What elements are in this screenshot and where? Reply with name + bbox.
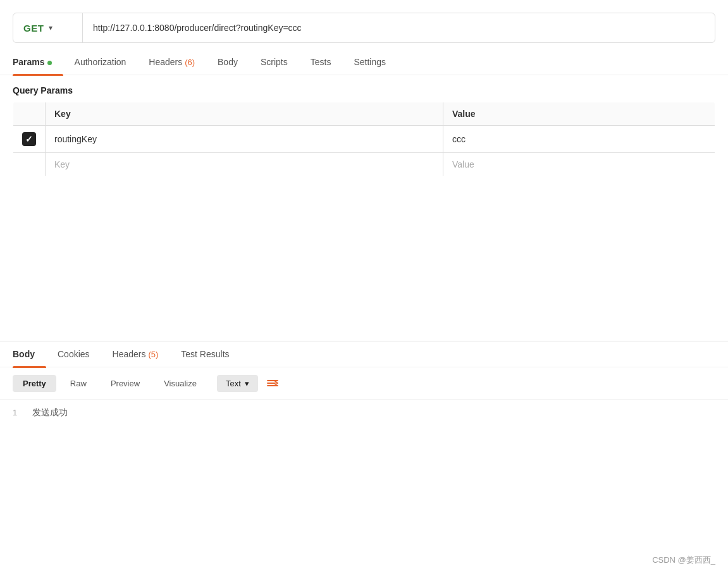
- line-number: 1: [13, 408, 17, 417]
- response-body: 1 发送成功: [0, 400, 728, 426]
- header-checkbox-cell: [13, 102, 46, 126]
- params-dot: [47, 61, 52, 65]
- url-bar: GET ▾: [13, 13, 715, 43]
- response-tab-cookies[interactable]: Cookies: [46, 341, 101, 367]
- header-key: Key: [46, 102, 443, 126]
- empty-key-cell[interactable]: Key: [46, 153, 443, 176]
- response-tab-body[interactable]: Body: [13, 341, 46, 367]
- response-tabs-bar: Body Cookies Headers (5) Test Results: [0, 341, 728, 367]
- wrap-lines-icon: [266, 377, 279, 389]
- response-headers-badge: (5): [148, 350, 158, 359]
- method-label: GET: [23, 23, 44, 34]
- response-tab-test-results[interactable]: Test Results: [170, 341, 240, 367]
- tab-settings[interactable]: Settings: [342, 49, 397, 75]
- table-header-row: Key Value: [13, 102, 715, 126]
- response-tab-headers[interactable]: Headers (5): [101, 341, 170, 367]
- row-value-cell[interactable]: ccc: [443, 126, 715, 153]
- format-raw-button[interactable]: Raw: [60, 375, 97, 392]
- row-checkbox-cell: ✓: [13, 126, 46, 153]
- row-key-cell[interactable]: routingKey: [46, 126, 443, 153]
- wrap-lines-button[interactable]: [262, 374, 283, 393]
- empty-value-cell[interactable]: Value: [443, 153, 715, 176]
- checkbox-checked[interactable]: ✓: [22, 132, 36, 146]
- query-params-title: Query Params: [13, 85, 715, 95]
- format-type-label: Text: [226, 379, 241, 388]
- response-area: Body Cookies Headers (5) Test Results Pr…: [0, 341, 728, 426]
- tab-body[interactable]: Body: [206, 49, 249, 75]
- response-text: 发送成功: [32, 407, 68, 417]
- format-pretty-button[interactable]: Pretty: [13, 375, 56, 392]
- url-input[interactable]: [83, 23, 715, 33]
- format-visualize-button[interactable]: Visualize: [154, 375, 207, 392]
- empty-checkbox-cell: [13, 153, 46, 176]
- table-row: ✓ routingKey ccc: [13, 126, 715, 153]
- empty-row: Key Value: [13, 153, 715, 176]
- tab-params[interactable]: Params: [13, 49, 63, 75]
- headers-badge: (6): [185, 58, 195, 67]
- format-type-dropdown[interactable]: Text ▾: [217, 375, 258, 392]
- format-dropdown-chevron: ▾: [245, 379, 249, 388]
- format-preview-button[interactable]: Preview: [101, 375, 150, 392]
- chevron-down-icon: ▾: [49, 23, 52, 32]
- method-selector[interactable]: GET ▾: [13, 13, 83, 42]
- tab-authorization[interactable]: Authorization: [63, 49, 138, 75]
- params-table: Key Value ✓ routingKey ccc: [13, 102, 715, 176]
- format-bar: Pretty Raw Preview Visualize Text ▾: [0, 367, 728, 400]
- tab-tests[interactable]: Tests: [299, 49, 343, 75]
- tab-scripts[interactable]: Scripts: [249, 49, 299, 75]
- tab-headers[interactable]: Headers (6): [137, 49, 206, 75]
- query-params-section: Query Params Key Value ✓ routingKey c: [0, 75, 728, 176]
- header-value: Value: [443, 102, 715, 126]
- request-tabs-bar: Params Authorization Headers (6) Body Sc…: [0, 49, 728, 75]
